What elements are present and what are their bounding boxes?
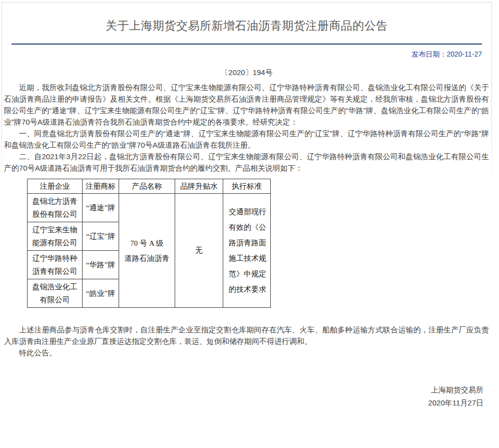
premium-cell: 无 [175,194,223,308]
brand-cell: “华路”牌 [83,251,119,279]
document-number: 〔2020〕194号 [2,67,492,78]
document-container: 关于上海期货交易所新增石油沥青期货注册商品的公告 发布日期：2020-11-27… [2,2,492,446]
company-cell: 辽宁华路特种 沥青有限公司 [28,251,83,279]
company-cell: 辽宁宝来生物 能源有限公司 [28,222,83,251]
signature-block: 上海期货交易所 2020年11月27日 [2,383,492,409]
closing-text: 上述注册商品参与沥青仓库交割时，自注册生产企业至指定交割仓库期间存在汽车、火车、… [2,324,492,358]
brand-cell: “辽宝”牌 [83,222,119,251]
paragraph-notice: 特此公告。 [4,347,489,358]
product-table: 注册企业 注册商标 产品名称 品牌升贴水 执行标准 盘锦北方沥青 股份有限公司 … [27,179,271,308]
col-header-standard: 执行标准 [223,179,271,194]
company-cell: 盘锦浩业化工 有限公司 [28,279,83,308]
signature-org: 上海期货交易所 [2,383,483,396]
title-divider [12,44,482,45]
col-header-product: 产品名称 [119,179,175,194]
brand-cell: “皓业”牌 [83,279,119,308]
page-title: 关于上海期货交易所新增石油沥青期货注册商品的公告 [2,3,492,34]
left-border-line [2,3,2,189]
paragraph-intro: 近期，我所收到盘锦北方沥青股份有限公司、辽宁宝来生物能源有限公司、辽宁华路特种沥… [4,82,489,128]
paragraph-delivery-note: 上述注册商品参与沥青仓库交割时，自注册生产企业至指定交割仓库期间存在汽车、火车、… [4,324,489,347]
announcement-page: 关于上海期货交易所新增石油沥青期货注册商品的公告 发布日期：2020-11-27… [0,0,499,448]
body-text: 近期，我所收到盘锦北方沥青股份有限公司、辽宁宝来生物能源有限公司、辽宁华路特种沥… [2,82,492,174]
paragraph-item-2: 二、自2021年3月22日起，盘锦北方沥青股份有限公司、辽宁宝来生物能源有限公司… [4,151,489,174]
col-header-brand: 注册商标 [83,179,119,194]
col-header-company: 注册企业 [28,179,83,194]
paragraph-item-1: 一、同意盘锦北方沥青股份有限公司生产的“通途”牌、辽宁宝来生物能源有限公司生产的… [4,128,489,151]
publish-date: 发布日期：2020-11-27 [2,49,492,59]
standard-cell: 交通部现行 有效的《公 路沥青路面 施工技术规 范》中规定 的技术要求 [223,194,271,308]
table-row: 盘锦北方沥青 股份有限公司 “通途”牌 70 号 A 级 道路石油沥青 无 交通… [28,194,271,222]
product-name-cell: 70 号 A 级 道路石油沥青 [119,194,175,308]
company-cell: 盘锦北方沥青 股份有限公司 [28,194,83,222]
brand-cell: “通途”牌 [83,194,119,222]
signature-date: 2020年11月27日 [2,396,483,409]
right-border-line [491,3,492,189]
col-header-premium: 品牌升贴水 [175,179,223,194]
table-header-row: 注册企业 注册商标 产品名称 品牌升贴水 执行标准 [28,179,271,194]
